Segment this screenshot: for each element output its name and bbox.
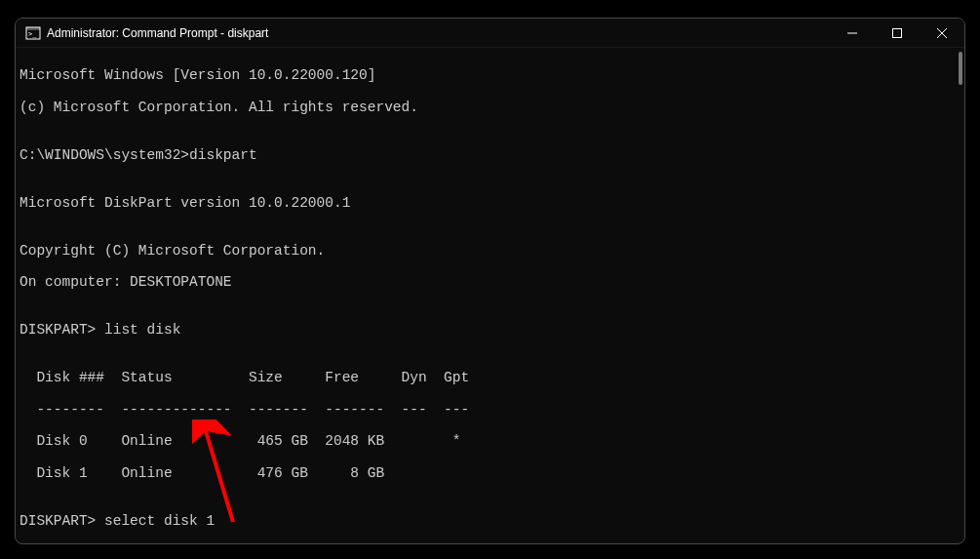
maximize-button[interactable] <box>875 19 920 48</box>
terminal-line: Disk ### Status Size Free Dyn Gpt <box>20 370 960 385</box>
window-controls <box>830 19 964 47</box>
terminal-line: Microsoft Windows [Version 10.0.22000.12… <box>20 67 960 83</box>
titlebar[interactable]: >_ Administrator: Command Prompt - diskp… <box>16 19 964 48</box>
svg-text:>_: >_ <box>28 30 37 38</box>
scrollbar[interactable] <box>959 52 962 85</box>
terminal-line: Microsoft DiskPart version 10.0.22000.1 <box>20 195 960 211</box>
terminal-line: Disk 1 Online 476 GB 8 GB <box>20 465 960 481</box>
terminal-line: (c) Microsoft Corporation. All rights re… <box>20 100 960 115</box>
command-prompt-window: >_ Administrator: Command Prompt - diskp… <box>15 18 965 544</box>
terminal-line: Disk 0 Online 465 GB 2048 KB * <box>20 433 960 449</box>
terminal-line: On computer: DESKTOPATONE <box>20 274 960 290</box>
close-button[interactable] <box>920 19 964 48</box>
cmd-icon: >_ <box>25 25 41 41</box>
terminal-line: DISKPART> list disk <box>20 322 960 338</box>
minimize-button[interactable] <box>830 19 875 48</box>
terminal-output[interactable]: Microsoft Windows [Version 10.0.22000.12… <box>16 48 964 543</box>
terminal-line: DISKPART> select disk 1 <box>20 513 960 529</box>
svg-rect-4 <box>893 29 902 38</box>
window-title: Administrator: Command Prompt - diskpart <box>47 26 830 40</box>
terminal-line: -------- ------------- ------- ------- -… <box>20 402 960 418</box>
terminal-line: Copyright (C) Microsoft Corporation. <box>20 243 960 259</box>
terminal-line: C:\WINDOWS\system32>diskpart <box>20 147 960 163</box>
